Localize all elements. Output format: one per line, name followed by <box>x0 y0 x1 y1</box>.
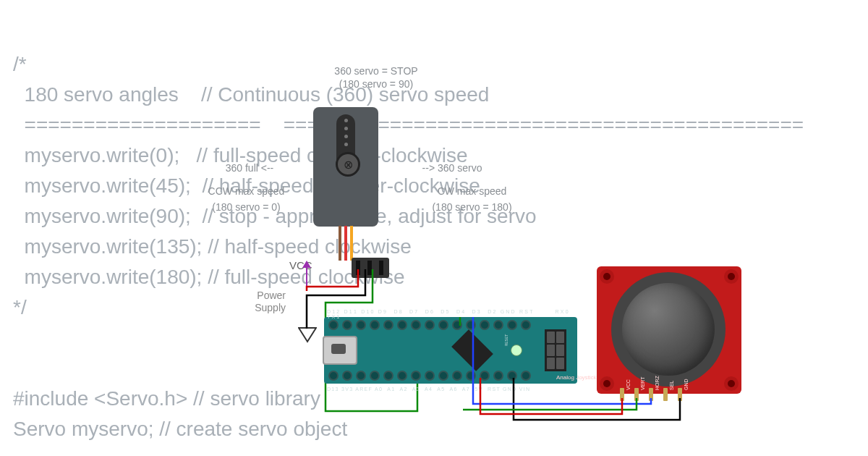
circuit-diagram: ⊗ <box>0 0 868 456</box>
mcu-chip <box>451 329 493 371</box>
nano-reset-label: RESET <box>504 334 509 347</box>
usb-port <box>323 336 357 365</box>
nano-bottom-labels: D13 3V3 AREF A0 A1 A2 A3 A4 A5 A6 A7 5V … <box>327 387 530 392</box>
joystick-module: Analog Joystick VCC VERT HORZ SEL GND <box>597 266 741 394</box>
joy-pin-vcc: VCC <box>626 379 631 390</box>
vcc-arrow-icon <box>306 268 307 290</box>
joystick-title: Analog Joystick <box>556 374 597 381</box>
icsp-header <box>545 329 566 371</box>
nano-pins-bottom <box>328 371 531 381</box>
svg-marker-3 <box>299 328 316 342</box>
arduino-nano: D12 D11 D10 D9 D8 D7 D6 D5 D4 D3 D2 GND … <box>324 317 577 384</box>
nano-top-labels: D12 D11 D10 D9 D8 D7 D6 D5 D4 D3 D2 GND … <box>327 309 577 319</box>
servo-connector <box>352 258 389 278</box>
servo-motor: ⊗ <box>313 107 378 234</box>
joy-pin-horz: HORZ <box>655 376 660 390</box>
joystick-cap <box>622 283 715 376</box>
joy-pin-sel: SEL <box>669 381 674 390</box>
servo-axis-icon: ⊗ <box>336 152 360 177</box>
servo-body: ⊗ <box>313 107 378 227</box>
reset-button <box>511 345 522 356</box>
joy-pin-vert: VERT <box>640 376 645 390</box>
gnd-symbol-icon <box>298 327 317 343</box>
joy-pin-gnd: GND <box>684 379 689 390</box>
nano-pins-top <box>328 320 531 330</box>
